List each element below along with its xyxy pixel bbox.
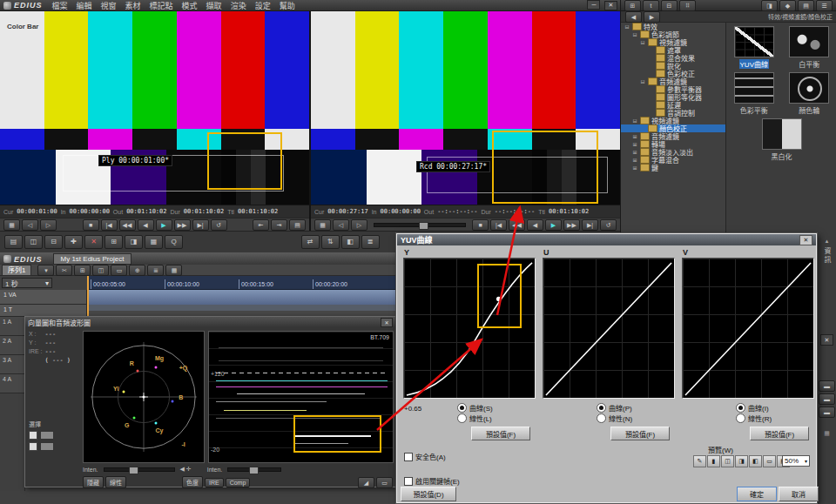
scroll-up-icon[interactable]: ▲ <box>825 239 830 244</box>
tree-expander-icon[interactable]: ⊟ <box>624 24 630 30</box>
step-back-button[interactable]: ◀ <box>527 219 543 231</box>
tbtn-item[interactable]: ◨ <box>125 235 143 249</box>
position-slider-handle[interactable] <box>419 222 428 230</box>
effect-thumbnail-color-wheel[interactable]: 顏色輪 <box>785 72 833 115</box>
tbtn-item[interactable]: ▾ <box>37 265 54 276</box>
select-checkbox-2[interactable] <box>29 442 37 451</box>
tbtn-item[interactable]: ▦ <box>165 265 182 276</box>
tbtn-item[interactable]: ◨ <box>761 0 778 11</box>
pbtn-item[interactable]: ▭ <box>763 455 776 467</box>
tbtn-item[interactable]: ◀ <box>625 11 642 23</box>
waveform-intensity-slider[interactable] <box>227 467 281 472</box>
tbtn-item[interactable]: ⇅ <box>321 235 340 249</box>
tree-expander-icon[interactable]: ⊟ <box>631 118 638 124</box>
rewind-button[interactable]: ◀◀ <box>119 219 136 231</box>
tbtn-item[interactable]: ◫ <box>92 265 109 276</box>
tbtn-item[interactable]: ▦ <box>3 219 20 231</box>
slider-handle[interactable] <box>129 467 138 474</box>
tbtn-item[interactable]: ◁ <box>333 219 349 231</box>
goto-in-button[interactable]: |◀ <box>490 219 507 231</box>
delete-button[interactable]: ✕ <box>84 235 103 249</box>
mi-item[interactable]: 視窗 <box>97 2 121 10</box>
info-palette-tab[interactable]: 資訊 <box>822 247 832 265</box>
enable-keyframe-checkbox[interactable] <box>404 477 413 486</box>
sequence-tab[interactable]: 序列1 <box>2 265 31 276</box>
tbtn-item[interactable]: ⊟ <box>661 0 678 11</box>
v-preset-button[interactable]: 預設值(F) <box>750 427 809 440</box>
pbtn-item[interactable]: ◫ <box>721 455 734 467</box>
tree-expander-icon[interactable]: ⊞ <box>631 149 638 155</box>
cancel-button[interactable]: 取消 <box>779 487 819 501</box>
tbtn-item[interactable]: ▤ <box>798 0 814 11</box>
pan-icons[interactable]: ◀ ✛ <box>180 466 192 473</box>
effect-thumbnail-color-balance[interactable]: 色彩平衡 <box>730 72 779 115</box>
tree-expander-icon[interactable]: ⊞ <box>631 133 638 139</box>
sbtn-item[interactable]: 隱藏 <box>83 476 104 488</box>
track-header-va[interactable]: 1 VA <box>0 290 87 305</box>
stop-button[interactable]: ■ <box>83 219 99 231</box>
fast-forward-button[interactable]: ▶▶ <box>563 219 580 231</box>
sbtn-item[interactable]: 色度 <box>182 476 203 488</box>
tbtn-item[interactable]: ◢ <box>358 477 374 488</box>
trkrow-item[interactable]: 2 A <box>0 336 24 355</box>
timeline-playhead[interactable] <box>87 276 89 316</box>
tree-expander-icon[interactable]: ⊟ <box>639 39 646 45</box>
sbtn-item[interactable]: 線性 <box>105 476 126 488</box>
tree-expander-icon[interactable]: ⊞ <box>631 141 638 147</box>
play-button[interactable]: ▶ <box>156 219 172 231</box>
safe-color-checkbox[interactable] <box>404 453 413 461</box>
tbtn-item[interactable]: ◆ <box>779 0 796 11</box>
tbtn-item[interactable]: ⇄ <box>301 235 320 249</box>
tbtn-item[interactable]: ✚ <box>64 235 83 249</box>
u-preset-button[interactable]: 預設值(F) <box>610 427 670 440</box>
mi-item[interactable]: 幫助 <box>275 2 300 10</box>
select-swatch-2[interactable] <box>40 442 54 451</box>
tbtn-item[interactable]: ⇥ <box>271 219 287 231</box>
effect-thumbnail-yuv-curve[interactable]: YUV曲線 <box>730 26 779 69</box>
mi-item[interactable]: 設定 <box>251 2 275 10</box>
rewind-button[interactable]: ◀◀ <box>509 219 525 231</box>
trkrow-item[interactable]: 3 A <box>0 355 24 374</box>
tbtn-item[interactable]: ⊞ <box>74 265 91 276</box>
tbtn-item[interactable]: ✂ <box>56 265 72 276</box>
tbtn-item[interactable]: ⊞ <box>624 0 641 11</box>
tbtn-item[interactable]: ▤ <box>289 219 306 231</box>
tbtn-item[interactable]: ⊞ <box>104 235 123 249</box>
goto-in-button[interactable]: |◀ <box>101 219 118 231</box>
curve-radio[interactable] <box>736 403 745 413</box>
preview-zoom-dropdown[interactable]: 50% ▾ <box>782 455 810 467</box>
vectorscope-intensity-slider[interactable] <box>104 467 175 472</box>
mi-item[interactable]: 擷取 <box>202 2 226 10</box>
mi-item[interactable]: 模式 <box>178 2 202 10</box>
tree-item[interactable]: ⊞音頻濾鏡 <box>621 132 725 140</box>
tbtn-item[interactable]: t <box>643 0 659 11</box>
linear-radio[interactable] <box>736 413 745 423</box>
effect-thumbnail-white-balance[interactable]: 白平衡 <box>785 26 833 69</box>
stop-button[interactable]: ■ <box>472 219 489 231</box>
tbtn-item[interactable]: ≣ <box>147 265 164 276</box>
curve-radio[interactable] <box>457 403 467 413</box>
scope-close-button[interactable]: ✕ <box>381 318 393 327</box>
tbtn-item[interactable]: ⊕ <box>129 265 145 276</box>
sbtn-item[interactable]: Comp <box>226 478 251 487</box>
loop-button[interactable]: ↺ <box>211 219 227 231</box>
play-button[interactable]: ▶ <box>545 219 562 231</box>
trkrow-item[interactable]: 1 A <box>0 317 24 336</box>
tree-expander-icon[interactable]: ⊟ <box>639 78 646 84</box>
tbtn-item[interactable]: ◁ <box>22 219 38 231</box>
tbtn-item[interactable]: ▤ <box>4 235 23 249</box>
pbtn-item[interactable]: ◨ <box>735 455 748 467</box>
tree-expander-icon[interactable]: ⊞ <box>631 165 638 171</box>
tbtn-item[interactable]: ☰ <box>816 0 833 11</box>
palette-close-button[interactable]: ✕ <box>820 334 833 346</box>
timescale-dropdown[interactable]: 1 秒 ▾ <box>2 278 52 288</box>
effect-thumbnail-monochrome[interactable]: 黑白化 <box>758 118 806 161</box>
tbtn-item[interactable]: ⠿ <box>679 0 696 11</box>
tbtn-item[interactable]: ▬ <box>819 393 835 405</box>
default-button[interactable]: 預設值(D) <box>401 487 456 501</box>
tbtn-item[interactable]: Q <box>165 235 183 249</box>
tbtn-item[interactable]: ▶ <box>644 11 660 23</box>
tbtn-item[interactable]: ▬ <box>819 380 835 392</box>
mi-item[interactable]: 標記點 <box>145 2 178 10</box>
position-slider[interactable] <box>374 223 466 227</box>
